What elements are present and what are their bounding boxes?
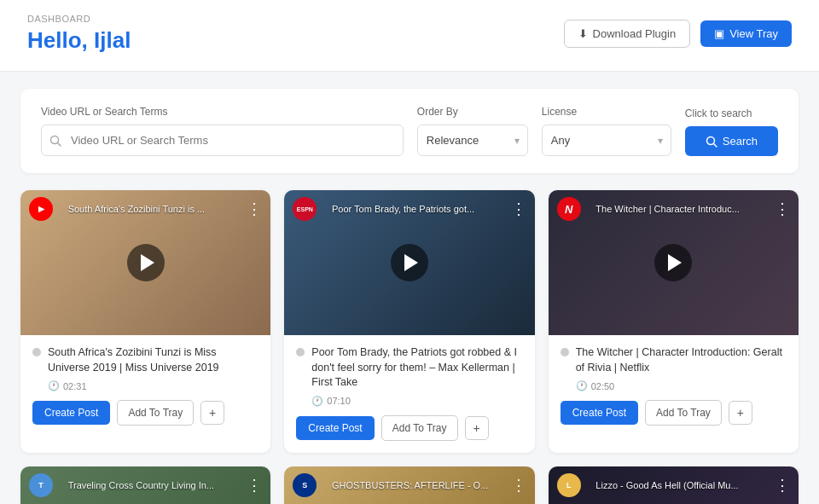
username: Ijlal: [94, 27, 131, 53]
order-by-select[interactable]: Relevance Date Rating ViewCount: [417, 125, 528, 156]
header-buttons: ⬇ Download Plugin ▣ View Tray: [564, 20, 792, 48]
play-button[interactable]: [391, 244, 428, 281]
download-icon: ⬇: [578, 27, 588, 40]
clock-icon: 🕐: [311, 396, 323, 407]
view-tray-button[interactable]: ▣ View Tray: [700, 20, 792, 47]
greeting: Hello, Ijlal: [27, 27, 131, 54]
license-field: License Any Creative Commons YouTube: [542, 106, 671, 156]
plus-button[interactable]: +: [729, 401, 752, 425]
search-btn-icon: [706, 136, 717, 148]
video-thumbnail[interactable]: L Lizzo - Good As Hell (Official Mu... ⋮…: [549, 466, 799, 505]
video-thumbnail[interactable]: ▶ South Africa's Zozibini Tunzi is ... ⋮: [20, 190, 270, 335]
search-input[interactable]: [41, 125, 404, 156]
order-by-field: Order By Relevance Date Rating ViewCount: [417, 106, 528, 156]
url-search-field: Video URL or Search Terms: [41, 106, 404, 156]
play-button[interactable]: [127, 244, 165, 281]
add-to-tray-button[interactable]: Add To Tray: [117, 400, 194, 426]
play-button[interactable]: [654, 244, 692, 281]
video-card: ▶ South Africa's Zozibini Tunzi is ... ⋮…: [20, 190, 270, 453]
video-thumbnail[interactable]: T Traveling Cross Country Living In... ⋮: [20, 466, 270, 505]
video-title: Poor Tom Brady, the Patriots got robbed …: [311, 345, 522, 391]
license-select[interactable]: Any Creative Commons YouTube: [542, 125, 671, 156]
video-title: The Witcher | Character Introduction: Ge…: [576, 345, 787, 375]
create-post-button[interactable]: Create Post: [561, 401, 638, 425]
click-to-search-label: Click to search: [685, 107, 778, 119]
svg-line-1: [58, 142, 61, 146]
click-to-search-area: Click to search Search: [685, 107, 778, 156]
add-to-tray-button[interactable]: Add To Tray: [645, 400, 722, 426]
create-post-button[interactable]: Create Post: [296, 416, 374, 440]
video-title: South Africa's Zozibini Tunzi is Miss Un…: [48, 345, 258, 375]
title-dot: [561, 348, 569, 356]
video-card: T Traveling Cross Country Living In... ⋮…: [20, 466, 270, 505]
search-button[interactable]: Search: [685, 126, 778, 156]
video-thumbnail[interactable]: S GHOSTBUSTERS: AFTERLIFE - O... ⋮: [284, 466, 534, 505]
video-card: N The Witcher | Character Introduc... ⋮ …: [549, 190, 799, 453]
plus-button[interactable]: +: [200, 401, 224, 425]
clock-icon: 🕐: [48, 380, 60, 391]
url-field-label: Video URL or Search Terms: [41, 106, 404, 118]
video-card: ESPN Poor Tom Brady, the Patriots got...…: [284, 190, 534, 453]
video-card: L Lizzo - Good As Hell (Official Mu... ⋮…: [549, 466, 799, 505]
title-dot: [296, 348, 305, 356]
license-label: License: [542, 106, 671, 118]
video-card: S GHOSTBUSTERS: AFTERLIFE - O... ⋮ GHOST…: [284, 466, 534, 505]
title-dot: [32, 348, 41, 356]
order-by-label: Order By: [417, 106, 528, 118]
add-to-tray-button[interactable]: Add To Tray: [381, 415, 458, 441]
dashboard-label: DASHBOARD: [27, 14, 131, 24]
search-section: Video URL or Search Terms Order By Relev…: [20, 89, 799, 173]
header: DASHBOARD Hello, Ijlal ⬇ Download Plugin…: [0, 0, 819, 72]
video-thumbnail[interactable]: N The Witcher | Character Introduc... ⋮: [549, 190, 799, 335]
duration: 02:31: [63, 381, 87, 391]
download-plugin-button[interactable]: ⬇ Download Plugin: [564, 20, 691, 48]
duration: 07:10: [327, 396, 351, 406]
search-icon: [49, 135, 61, 147]
clock-icon: 🕐: [576, 380, 588, 391]
create-post-button[interactable]: Create Post: [32, 401, 110, 425]
svg-line-3: [713, 143, 717, 147]
duration: 02:50: [591, 381, 615, 391]
plus-button[interactable]: +: [465, 416, 489, 440]
tray-icon: ▣: [714, 27, 724, 40]
video-thumbnail[interactable]: ESPN Poor Tom Brady, the Patriots got...…: [284, 190, 534, 335]
videos-grid: ▶ South Africa's Zozibini Tunzi is ... ⋮…: [20, 190, 799, 504]
